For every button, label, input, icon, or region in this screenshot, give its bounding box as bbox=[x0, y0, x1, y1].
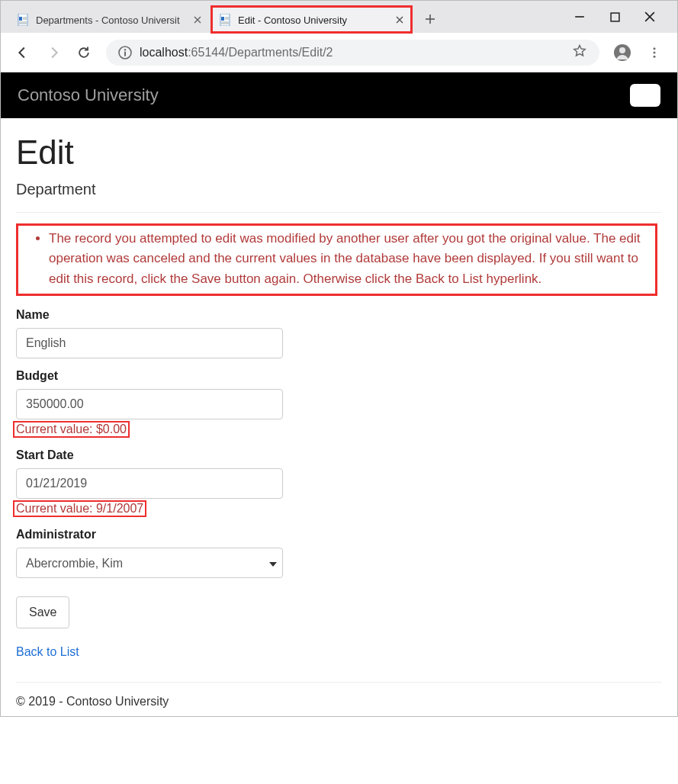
startdate-validation-msg: Current value: 9/1/2007 bbox=[13, 500, 146, 517]
url-port: :65144 bbox=[188, 46, 225, 59]
save-button[interactable]: Save bbox=[16, 596, 69, 628]
startdate-label: Start Date bbox=[16, 448, 662, 462]
site-info-icon[interactable] bbox=[118, 46, 132, 59]
nav-toggle-button[interactable] bbox=[630, 84, 660, 107]
url-text: localhost:65144/Departments/Edit/2 bbox=[140, 46, 333, 59]
admin-select[interactable]: Abercrombie, Kim bbox=[16, 548, 283, 578]
titlebar: Departments - Contoso Universit Edit - C… bbox=[1, 1, 677, 33]
page-content: Edit Department The record you attempted… bbox=[1, 118, 677, 716]
budget-input[interactable] bbox=[16, 389, 283, 419]
maximize-icon[interactable] bbox=[609, 11, 621, 23]
budget-label: Budget bbox=[16, 369, 662, 383]
bookmark-star-icon[interactable] bbox=[572, 43, 587, 62]
name-input[interactable] bbox=[16, 328, 283, 358]
new-tab-button[interactable] bbox=[417, 8, 443, 31]
svg-rect-19 bbox=[611, 13, 619, 21]
favicon-icon bbox=[220, 14, 230, 26]
svg-point-29 bbox=[654, 55, 656, 57]
close-icon[interactable] bbox=[192, 14, 203, 25]
startdate-input[interactable] bbox=[16, 468, 283, 499]
url-path: /Departments/Edit/2 bbox=[225, 46, 333, 59]
svg-point-26 bbox=[619, 47, 625, 53]
toolbar: localhost:65144/Departments/Edit/2 bbox=[1, 33, 677, 72]
budget-validation-msg: Current value: $0.00 bbox=[13, 421, 130, 438]
svg-point-23 bbox=[124, 49, 126, 50]
window-controls bbox=[574, 11, 677, 23]
svg-rect-9 bbox=[221, 17, 224, 21]
footer-text: © 2019 - Contoso University bbox=[16, 695, 662, 716]
tab-title: Edit - Contoso University bbox=[238, 14, 387, 26]
tab-title: Departments - Contoso Universit bbox=[36, 14, 185, 26]
profile-icon[interactable] bbox=[613, 43, 631, 62]
url-host: localhost bbox=[140, 46, 188, 59]
back-to-list-link[interactable]: Back to List bbox=[16, 645, 662, 659]
close-icon[interactable] bbox=[394, 14, 405, 25]
svg-point-27 bbox=[654, 47, 656, 50]
svg-rect-24 bbox=[124, 51, 126, 56]
svg-rect-1 bbox=[19, 17, 22, 21]
brand-link[interactable]: Contoso University bbox=[18, 85, 159, 105]
page-subtitle: Department bbox=[16, 181, 662, 198]
page-title: Edit bbox=[16, 133, 662, 172]
footer-divider bbox=[16, 682, 662, 683]
kebab-menu-icon[interactable] bbox=[645, 43, 664, 62]
validation-message: The record you attempted to edit was mod… bbox=[49, 229, 651, 289]
validation-summary: The record you attempted to edit was mod… bbox=[16, 223, 657, 296]
favicon-icon bbox=[18, 14, 28, 26]
tab-inactive[interactable]: Departments - Contoso Universit bbox=[8, 7, 210, 33]
minimize-icon[interactable] bbox=[574, 11, 586, 23]
forward-icon[interactable] bbox=[45, 44, 62, 61]
app-navbar: Contoso University bbox=[1, 72, 677, 118]
address-bar[interactable]: localhost:65144/Departments/Edit/2 bbox=[106, 40, 599, 66]
close-window-icon[interactable] bbox=[644, 11, 656, 23]
browser-window: Departments - Contoso Universit Edit - C… bbox=[0, 0, 678, 717]
admin-label: Administrator bbox=[16, 528, 662, 541]
divider bbox=[16, 212, 662, 213]
back-icon[interactable] bbox=[14, 44, 31, 61]
tab-active[interactable]: Edit - Contoso University bbox=[210, 7, 413, 33]
svg-point-28 bbox=[654, 51, 656, 53]
reload-icon[interactable] bbox=[76, 44, 92, 61]
name-label: Name bbox=[16, 308, 662, 322]
